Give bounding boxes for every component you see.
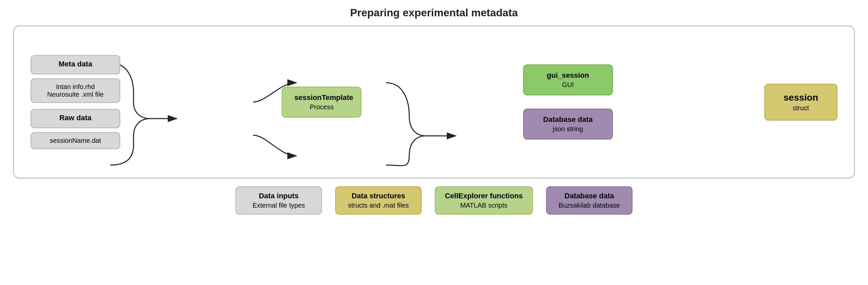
legend-data-inputs: Data inputs External file types <box>236 186 322 215</box>
database-data-box: Database data json string <box>523 108 613 139</box>
legend-cellexplorer: CellExplorer functions MATLAB scripts <box>435 186 533 215</box>
json-string-subtitle: json string <box>536 125 600 133</box>
legend-cellexplorer-sub: MATLAB scripts <box>445 202 523 209</box>
database-data-title: Database data <box>536 115 600 124</box>
legend-row: Data inputs External file types Data str… <box>13 186 855 215</box>
legend-cellexplorer-title: CellExplorer functions <box>445 192 523 200</box>
intan-line1: Intan info.rhd <box>39 83 112 91</box>
intan-neurosuite-box: Intan info.rhd Neurosuite .xml file <box>31 78 120 103</box>
gui-session-box: gui_session GUI <box>523 64 613 95</box>
legend-data-structures-title: Data structures <box>345 192 411 200</box>
intan-line2: Neurosuite .xml file <box>39 91 112 98</box>
meta-data-box: Meta data <box>31 55 120 74</box>
legend-database-title: Database data <box>556 192 622 200</box>
main-diagram: Meta data Intan info.rhd Neurosuite .xml… <box>13 26 855 178</box>
session-title: session <box>780 92 822 103</box>
gui-session-title: gui_session <box>536 71 600 80</box>
session-name-box: sessionName.dat <box>31 132 120 149</box>
process-subtitle: Process <box>294 103 349 111</box>
struct-subtitle: struct <box>780 104 822 112</box>
session-name-text: sessionName.dat <box>39 137 112 145</box>
legend-data-structures: Data structures structs and .mat files <box>335 186 422 215</box>
gui-subtitle: GUI <box>536 81 600 89</box>
legend-database-sub: Buzsakilab database <box>556 202 622 209</box>
legend-data-inputs-title: Data inputs <box>246 192 312 200</box>
raw-data-title: Raw data <box>39 114 112 122</box>
legend-data-structures-sub: structs and .mat files <box>345 202 411 209</box>
raw-data-box: Raw data <box>31 109 120 128</box>
legend-data-inputs-sub: External file types <box>246 202 312 209</box>
input-column: Meta data Intan info.rhd Neurosuite .xml… <box>31 55 120 149</box>
meta-data-title: Meta data <box>39 60 112 68</box>
connectors-svg <box>14 26 854 178</box>
output-middle-column: gui_session GUI Database data json strin… <box>523 64 613 139</box>
legend-database: Database data Buzsakilab database <box>546 186 632 215</box>
session-template-title: sessionTemplate <box>294 93 349 102</box>
session-template-box: sessionTemplate Process <box>282 87 362 118</box>
session-box: session struct <box>764 84 837 121</box>
page-title: Preparing experimental metadata <box>350 7 518 19</box>
